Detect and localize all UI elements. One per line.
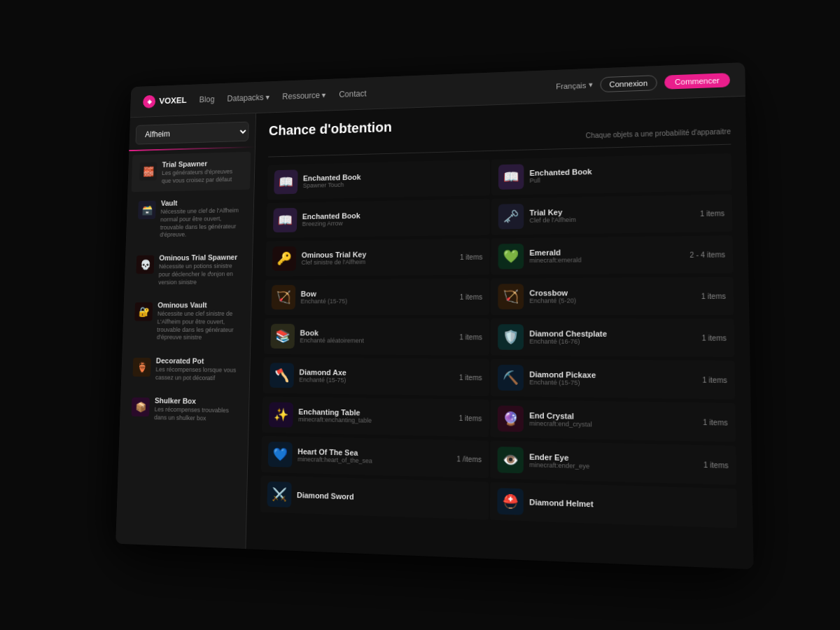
sidebar-item-shulker-box[interactable]: 📦 Shulker Box Les récompenses trouvables… — [123, 389, 245, 430]
end-crystal-icon: 🔮 — [498, 405, 524, 432]
app-window: ◈ VOXEL Blog Datapacks ▾ Ressource ▾ Con… — [115, 62, 753, 569]
ominous-vault-icon: 🔐 — [134, 302, 153, 321]
diamond-helmet-icon: ⛑️ — [497, 488, 523, 515]
language-selector[interactable]: Français ▾ — [556, 80, 592, 91]
list-item: 📖 Enchanted Book Breezing Arrow — [267, 199, 490, 238]
location-select[interactable]: Alfheim — [135, 122, 248, 145]
vault-icon: 🗃️ — [138, 201, 156, 220]
enchanted-book-icon: 📖 — [274, 169, 298, 194]
list-item: ⚔️ Diamond Sword — [260, 475, 489, 519]
diamond-chestplate-icon: 🛡️ — [498, 324, 524, 350]
chevron-down-icon: ▾ — [588, 80, 592, 90]
sidebar-item-ominous-vault[interactable]: 🔐 Ominous Vault Nécessite une clef sinis… — [126, 294, 247, 349]
sidebar-item-decorated-pot[interactable]: 🏺 Decorated Pot Les récompenses lorsque … — [125, 349, 246, 389]
start-button[interactable]: Commencer — [664, 73, 730, 90]
sidebar-item-title: Shulker Box — [155, 397, 237, 406]
heart-of-sea-icon: 💙 — [268, 442, 293, 468]
sidebar-item-title: Trial Spawner — [162, 158, 243, 168]
chevron-down-icon: ▾ — [322, 90, 326, 99]
enchanting-table-icon: ✨ — [269, 402, 293, 427]
ender-eye-icon: 👁️ — [498, 447, 524, 473]
content-area: Chance d'obtention Chaque objets a une p… — [246, 97, 753, 570]
list-item: ⛑️ Diamond Helmet — [490, 482, 737, 528]
trial-key-icon: 🗝️ — [498, 204, 524, 229]
sidebar-item-desc: Nécessite une clef de l'Alfheim normal p… — [160, 207, 241, 239]
list-item: 💚 Emerald minecraft:emerald 2 - 4 items — [491, 235, 733, 274]
sidebar-item-vault[interactable]: 🗃️ Vault Nécessite une clef de l'Alfheim… — [130, 191, 250, 246]
list-item: 📖 Enchanted Book Spawner Touch — [267, 160, 490, 200]
trial-spawner-icon: 🧱 — [139, 162, 158, 181]
list-item: 🪓 Diamond Axe Enchanté (15-75) 1 items — [263, 357, 489, 396]
nav-ressource[interactable]: Ressource ▾ — [282, 90, 326, 102]
diamond-pickaxe-icon: ⛏️ — [498, 365, 524, 391]
nav-blog[interactable]: Blog — [200, 94, 215, 104]
diamond-sword-icon: ⚔️ — [267, 482, 291, 507]
decorated-pot-icon: 🏺 — [133, 358, 151, 377]
list-item: ✨ Enchanting Table minecraft:enchanting_… — [262, 396, 489, 437]
enchanted-book-icon: 📖 — [273, 208, 298, 232]
main-layout: Alfheim 🧱 Trial Spawner Les générateurs … — [115, 97, 753, 570]
sidebar-item-ominous-trial-spawner[interactable]: 💀 Ominous Trial Spawner Nécessite un pot… — [128, 246, 248, 293]
emerald-icon: 💚 — [498, 244, 524, 269]
chevron-down-icon: ▾ — [265, 92, 270, 102]
list-item: ⛏️ Diamond Pickaxe Enchanté (15-75) 1 it… — [491, 359, 735, 400]
list-item: 💙 Heart Of The Sea minecraft:heart_of_th… — [261, 436, 489, 478]
list-item: 👁️ Ender Eye minecraft:ender_eye 1 items — [490, 441, 736, 485]
sidebar-item-desc: Nécessite un potions sinistre pour décle… — [158, 262, 240, 286]
list-item: 🛡️ Diamond Chestplate Enchanté (16-76) 1… — [491, 318, 734, 357]
shulker-box-icon: 📦 — [132, 398, 150, 416]
navbar-left: ◈ VOXEL Blog Datapacks ▾ Ressource ▾ Con… — [143, 87, 367, 108]
list-item: 🗝️ Trial Key Clef de l'Alfheim 1 items — [491, 194, 733, 234]
bow-icon: 🏹 — [272, 285, 296, 309]
sidebar-item-title: Decorated Pot — [156, 356, 238, 365]
list-item: 🏹 Crossbow Enchanté (5-20) 1 items — [491, 277, 734, 315]
login-button[interactable]: Connexion — [600, 75, 657, 92]
list-item: 📖 Enchanted Book Pull — [491, 153, 732, 195]
list-item: 🔑 Ominous Trial Key Clef sinistre de l'A… — [265, 239, 489, 276]
list-item: 🔮 End Crystal minecraft:end_crystal 1 it… — [490, 400, 736, 442]
book-icon: 📚 — [270, 324, 295, 349]
items-grid: 📖 Enchanted Book Spawner Touch 📖 Enchant… — [260, 153, 738, 531]
logo-text: VOXEL — [159, 95, 187, 106]
crossbow-icon: 🏹 — [498, 284, 524, 309]
sidebar-item-desc: Les générateurs d'épreuves que vous croi… — [162, 168, 243, 186]
ominous-trial-spawner-icon: 💀 — [136, 255, 154, 274]
logo-icon: ◈ — [143, 94, 155, 108]
sidebar-item-desc: Les récompenses trouvables dans un shulk… — [154, 406, 237, 424]
sidebar-item-desc: Nécessite une clef sinistre de L'Alfheim… — [157, 310, 239, 342]
enchanted-book-icon: 📖 — [498, 164, 524, 189]
navbar-right: Français ▾ Connexion Commencer — [556, 72, 730, 94]
nav-contact[interactable]: Contact — [339, 88, 367, 99]
ominous-trial-key-icon: 🔑 — [272, 246, 297, 271]
sidebar-item-title: Ominous Trial Spawner — [159, 253, 240, 262]
sidebar: Alfheim 🧱 Trial Spawner Les générateurs … — [115, 113, 256, 549]
sidebar-item-trial-spawner[interactable]: 🧱 Trial Spawner Les générateurs d'épreuv… — [132, 152, 251, 192]
list-item: 🏹 Bow Enchanté (15-75) 1 items — [265, 279, 489, 315]
nav-datapacks[interactable]: Datapacks ▾ — [227, 92, 270, 103]
sidebar-item-desc: Les récompenses lorsque vous cassez un p… — [155, 366, 238, 383]
sidebar-divider — [129, 146, 255, 151]
sidebar-item-title: Ominous Vault — [158, 301, 239, 309]
list-item: 📚 Book Enchanté aléatoirement 1 items — [264, 318, 489, 356]
diamond-axe-icon: 🪓 — [270, 363, 294, 388]
sidebar-item-title: Vault — [161, 198, 242, 208]
logo: ◈ VOXEL — [143, 94, 187, 108]
